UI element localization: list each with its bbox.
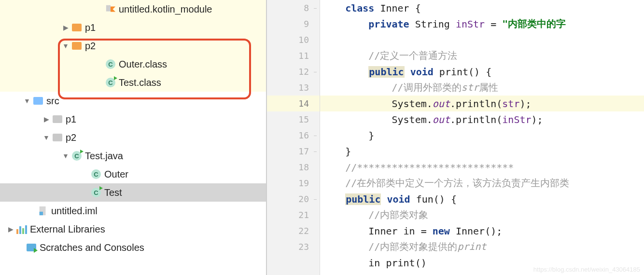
scratches-icon (25, 244, 38, 251)
gutter-line-number[interactable] (267, 255, 320, 271)
expand-arrow-icon[interactable]: ▶ (42, 115, 51, 123)
code-line: Inner in = new Inner(); (320, 223, 644, 239)
tree-item-scratches[interactable]: ▶ Scratches and Consoles (0, 238, 266, 257)
code-line-active: System.out.println(str); (320, 96, 644, 111)
expand-arrow-icon[interactable]: ▶ (61, 24, 70, 31)
project-tree[interactable]: ▶ untitled.kotlin_module ▶ p1 ▼ p2 ▶ C O… (0, 0, 267, 275)
editor-gutter[interactable]: 8–9101112–13141516–17–181920–212223 (267, 0, 320, 275)
expand-arrow-icon: ▶ (95, 79, 104, 86)
svg-rect-0 (106, 5, 111, 12)
code-line: class Inner { (320, 0, 644, 16)
class-icon: C (104, 59, 117, 69)
tree-item-iml[interactable]: ▶ untitled.iml (0, 202, 266, 220)
svg-rect-3 (40, 212, 43, 215)
collapse-arrow-icon[interactable]: ▼ (42, 134, 51, 141)
tree-item-label: p1 (83, 22, 96, 33)
gutter-line-number[interactable]: 17– (267, 143, 320, 159)
tree-item-label: untitled.kotlin_module (117, 4, 212, 15)
tree-item-test[interactable]: ▶ C Test (0, 183, 266, 202)
code-line: private String inStr = "内部类中的字 (320, 16, 644, 32)
folder-icon (70, 42, 83, 50)
fold-toggle-icon[interactable]: – (312, 69, 318, 75)
fold-toggle-icon[interactable]: – (312, 149, 318, 154)
fold-toggle-icon[interactable]: – (312, 196, 318, 202)
code-line: //内部类对象 (320, 207, 644, 223)
tree-item-outer-class[interactable]: ▶ C Outer.class (0, 55, 266, 73)
fold-toggle-icon[interactable]: – (312, 133, 318, 138)
tree-item-label: Scratches and Consoles (38, 242, 144, 253)
gutter-line-number[interactable]: 14 (267, 96, 320, 111)
gutter-line-number[interactable]: 13 (267, 80, 320, 96)
code-line: //在外部类中定义一个方法，该方法负责产生内部类 (320, 175, 644, 191)
tree-item-p2-src[interactable]: ▼ p2 (0, 128, 266, 147)
tree-item-label: p2 (83, 41, 96, 52)
folder-icon (32, 97, 44, 105)
gutter-line-number[interactable]: 15 (267, 111, 320, 127)
tree-item-p1-build[interactable]: ▶ p1 (0, 18, 266, 37)
tree-item-p1-src[interactable]: ▶ p1 (0, 110, 266, 128)
tree-item-label: Outer.class (117, 59, 167, 70)
code-line: //定义一个普通方法 (320, 48, 644, 64)
gutter-line-number[interactable]: 20– (267, 191, 320, 207)
collapse-arrow-icon[interactable]: ▼ (22, 97, 32, 105)
app-root: ▶ untitled.kotlin_module ▶ p1 ▼ p2 ▶ C O… (0, 0, 644, 275)
code-line: } (320, 143, 644, 159)
tree-item-external-libraries[interactable]: ▶ External Libraries (0, 220, 266, 238)
expand-arrow-icon: ▶ (15, 244, 25, 251)
expand-arrow-icon: ▶ (95, 5, 104, 13)
tree-item-src[interactable]: ▼ src (0, 92, 266, 110)
code-line: //内部类对象提供的print (320, 239, 644, 255)
kotlin-module-icon (104, 4, 117, 14)
library-icon (15, 224, 28, 234)
code-line: //*************************** (320, 159, 644, 175)
fold-toggle-icon[interactable]: – (312, 5, 318, 11)
gutter-line-number[interactable]: 18 (267, 159, 320, 175)
tree-item-test-java[interactable]: ▼ C Test.java (0, 147, 266, 165)
tree-item-label: src (44, 96, 59, 107)
gutter-line-number[interactable]: 11 (267, 48, 320, 64)
gutter-line-number[interactable]: 9 (267, 16, 320, 32)
folder-icon (51, 134, 64, 141)
expand-arrow-icon: ▶ (27, 207, 37, 215)
gutter-line-number[interactable]: 10 (267, 32, 320, 48)
iml-icon (37, 206, 49, 216)
expand-arrow-icon: ▶ (80, 170, 90, 178)
tree-item-label: untitled.iml (49, 206, 98, 217)
tree-item-outer[interactable]: ▶ C Outer (0, 165, 266, 183)
code-line: } (320, 127, 644, 143)
class-run-icon: C (104, 78, 117, 87)
tree-item-label: External Libraries (28, 224, 105, 235)
code-line: public void print() { (320, 64, 644, 80)
expand-arrow-icon: ▶ (80, 189, 90, 196)
code-line: System.out.println(inStr); (320, 111, 644, 127)
collapse-arrow-icon[interactable]: ▼ (61, 152, 70, 160)
gutter-line-number[interactable]: 12– (267, 64, 320, 80)
folder-icon (51, 115, 64, 123)
code-line: public void fun() { (320, 191, 644, 207)
code-editor[interactable]: class Inner { private String inStr = "内部… (320, 0, 644, 275)
class-run-icon: C (90, 188, 102, 197)
tree-item-label: Test.class (117, 77, 161, 88)
java-class-icon: C (70, 151, 83, 161)
folder-icon (70, 24, 83, 31)
gutter-line-number[interactable]: 19 (267, 175, 320, 191)
collapse-arrow-icon[interactable]: ▼ (61, 42, 70, 50)
tree-item-label: Test.java (83, 151, 123, 162)
tree-item-label: Outer (102, 169, 128, 180)
gutter-line-number[interactable]: 23 (267, 239, 320, 255)
tree-item-label: p1 (64, 114, 76, 125)
gutter-line-number[interactable]: 22 (267, 223, 320, 239)
expand-arrow-icon: ▶ (95, 60, 104, 68)
gutter-line-number[interactable]: 8– (267, 0, 320, 16)
svg-marker-1 (111, 7, 115, 12)
expand-arrow-icon[interactable]: ▶ (6, 225, 15, 233)
tree-item-label: Test (102, 187, 122, 198)
gutter-line-number[interactable]: 16– (267, 127, 320, 143)
tree-item-label: p2 (64, 132, 76, 143)
tree-item-test-class[interactable]: ▶ C Test.class (0, 73, 266, 92)
code-line: //调用外部类的str属性 (320, 80, 644, 96)
gutter-line-number[interactable]: 21 (267, 207, 320, 223)
class-icon: C (90, 169, 102, 179)
tree-item-p2-build[interactable]: ▼ p2 (0, 37, 266, 55)
tree-item-kotlin-module[interactable]: ▶ untitled.kotlin_module (0, 0, 266, 18)
